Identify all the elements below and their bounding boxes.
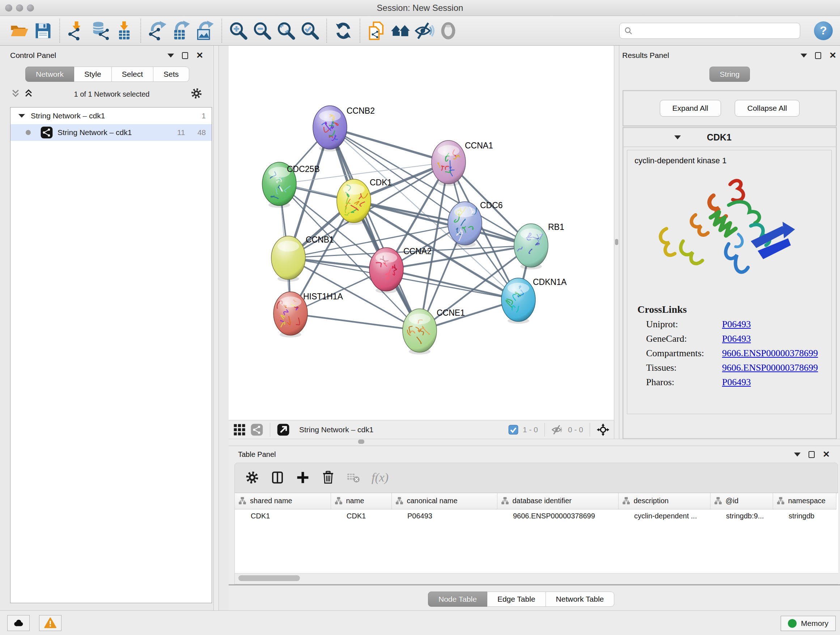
- gene-section-header[interactable]: CDK1: [624, 128, 836, 147]
- import-network-from-database-button[interactable]: [88, 19, 112, 43]
- edge-HIST1H1A-CCNE1[interactable]: [291, 314, 420, 331]
- float-panel-icon[interactable]: [182, 52, 188, 59]
- tab-edge-table[interactable]: Edge Table: [487, 592, 546, 607]
- table-cell[interactable]: 9606.ENSP00000378699: [497, 509, 618, 523]
- edge-CCNB2-CCNA1[interactable]: [330, 127, 448, 162]
- collapse-all-button[interactable]: Collapse All: [735, 100, 800, 117]
- add-column-icon[interactable]: [295, 470, 310, 485]
- float-panel-icon[interactable]: [815, 52, 821, 59]
- network-row[interactable]: String Network – cdk1 11 48: [11, 124, 212, 141]
- collection-expand-icon[interactable]: [19, 114, 25, 118]
- splitter-grip[interactable]: [358, 440, 364, 444]
- column-header-shared-name[interactable]: shared name: [235, 493, 331, 509]
- tab-sets[interactable]: Sets: [153, 67, 189, 82]
- network-collection-row[interactable]: String Network – cdk1 1: [11, 108, 212, 124]
- float-panel-icon[interactable]: [808, 451, 815, 458]
- warnings-button[interactable]: [39, 615, 62, 631]
- node-CDKN1A[interactable]: [501, 278, 535, 324]
- crosslink-link[interactable]: P06493: [722, 377, 751, 388]
- level-of-detail-button[interactable]: [436, 19, 460, 43]
- table-cell[interactable]: cyclin-dependent ...: [618, 509, 710, 523]
- minimize-window-button[interactable]: [16, 4, 23, 11]
- open-session-button[interactable]: [7, 19, 31, 43]
- table-cell[interactable]: stringdb: [773, 509, 836, 523]
- panel-menu-icon[interactable]: [801, 54, 807, 57]
- scrollbar-thumb[interactable]: [238, 575, 300, 581]
- column-header-description[interactable]: description: [618, 493, 710, 509]
- node-CCNB2[interactable]: [313, 106, 347, 151]
- table-options-gear-icon[interactable]: [245, 470, 259, 485]
- export-network-button[interactable]: [145, 19, 169, 43]
- memory-button[interactable]: Memory: [781, 616, 836, 631]
- function-builder-icon[interactable]: f(x): [371, 470, 388, 485]
- node-table[interactable]: shared namenamecanonical namedatabase id…: [235, 493, 838, 573]
- panel-menu-icon[interactable]: [167, 54, 174, 57]
- expand-all-networks-icon[interactable]: [24, 89, 33, 100]
- crosslink-link[interactable]: P06493: [722, 319, 751, 330]
- collapse-all-networks-icon[interactable]: [11, 89, 20, 100]
- hidden-eye-icon[interactable]: [551, 424, 564, 436]
- table-cell[interactable]: CDK1: [331, 509, 392, 523]
- save-session-button[interactable]: [31, 19, 55, 43]
- tab-string[interactable]: String: [709, 67, 750, 82]
- table-cell[interactable]: P06493: [392, 509, 497, 523]
- delete-table-icon[interactable]: [346, 470, 361, 485]
- export-table-button[interactable]: [169, 19, 193, 43]
- node-CCNB1[interactable]: [271, 236, 305, 282]
- left-splitter[interactable]: [213, 46, 219, 610]
- expand-all-button[interactable]: Expand All: [660, 100, 721, 117]
- show-columns-icon[interactable]: [270, 470, 285, 485]
- refresh-view-button[interactable]: [332, 19, 355, 43]
- splitter-grip[interactable]: [615, 239, 618, 245]
- column-header-canonical-name[interactable]: canonical name: [392, 493, 497, 509]
- tab-network[interactable]: Network: [25, 67, 74, 82]
- network-graph[interactable]: CCNB2 CCNA1 CDC25B CDK1 CDC6 RB1 CCNB1: [229, 46, 614, 420]
- selected-checkbox-icon[interactable]: [508, 424, 518, 435]
- column-header-id[interactable]: @id: [710, 493, 773, 509]
- zoom-in-button[interactable]: [226, 19, 250, 43]
- crosslink-link[interactable]: P06493: [722, 333, 751, 344]
- export-image-button[interactable]: [193, 19, 217, 43]
- close-panel-icon[interactable]: ✕: [823, 450, 830, 459]
- network-view-icon[interactable]: [250, 423, 264, 436]
- help-button[interactable]: ?: [814, 21, 833, 40]
- close-window-button[interactable]: [5, 4, 12, 11]
- delete-column-icon[interactable]: [321, 470, 335, 485]
- table-cell[interactable]: stringdb:9...: [710, 509, 773, 523]
- zoom-out-button[interactable]: [250, 19, 274, 43]
- crosslink-link[interactable]: 9606.ENSP00000378699: [722, 363, 818, 373]
- close-panel-icon[interactable]: ✕: [829, 51, 836, 60]
- zoom-selected-button[interactable]: [298, 19, 322, 43]
- node-CCNE1[interactable]: [403, 309, 437, 355]
- import-table-from-file-button[interactable]: [112, 19, 136, 43]
- node-HIST1H1A[interactable]: [273, 292, 308, 337]
- edge-CCNB2-CCNE1[interactable]: [330, 127, 420, 331]
- tab-style[interactable]: Style: [74, 67, 112, 82]
- node-RB1[interactable]: [514, 224, 548, 269]
- birdseye-crosshair-icon[interactable]: [597, 423, 609, 436]
- table-row[interactable]: CDK1CDK1P064939606.ENSP00000378699cyclin…: [235, 509, 836, 523]
- copy-network-view-button[interactable]: [365, 19, 388, 43]
- show-grid-icon[interactable]: [233, 423, 246, 436]
- section-collapse-icon[interactable]: [674, 135, 681, 139]
- column-header-namespace[interactable]: namespace: [773, 493, 836, 509]
- detach-view-icon[interactable]: [277, 423, 290, 436]
- network-options-gear-icon[interactable]: [190, 87, 202, 101]
- horizontal-splitter[interactable]: [229, 439, 840, 446]
- import-network-from-file-button[interactable]: [65, 19, 88, 43]
- edge-CCNA2-CDKN1A[interactable]: [386, 269, 518, 300]
- column-header-name[interactable]: name: [331, 493, 392, 509]
- crosslink-link[interactable]: 9606.ENSP00000378699: [722, 348, 818, 359]
- hide-graphics-details-button[interactable]: [412, 19, 436, 43]
- zoom-fit-button[interactable]: [274, 19, 298, 43]
- right-splitter[interactable]: [614, 46, 619, 439]
- node-CCNA1[interactable]: [431, 141, 466, 186]
- tab-select[interactable]: Select: [112, 67, 153, 82]
- close-panel-icon[interactable]: ✕: [196, 51, 203, 60]
- table-cell[interactable]: CDK1: [235, 509, 331, 523]
- network-canvas[interactable]: CCNB2 CCNA1 CDC25B CDK1 CDC6 RB1 CCNB1: [229, 46, 614, 420]
- table-horizontal-scrollbar[interactable]: [235, 573, 838, 584]
- tab-network-table[interactable]: Network Table: [546, 592, 615, 607]
- column-header-database-identifier[interactable]: database identifier: [497, 493, 618, 509]
- cloud-status-button[interactable]: [7, 615, 30, 631]
